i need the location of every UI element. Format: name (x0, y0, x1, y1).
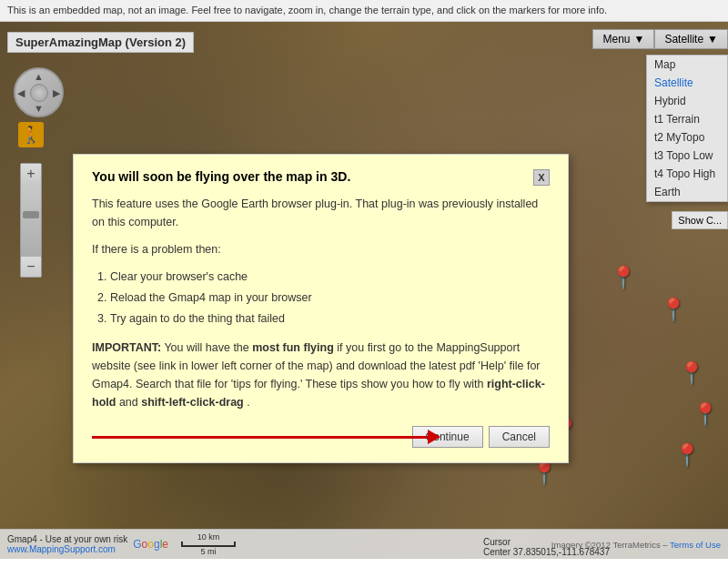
shift-left-click-drag: shift-left-click-drag (141, 396, 244, 409)
modal-content: This feature uses the Google Earth brows… (92, 195, 550, 411)
modal-steps-list: Clear your browser's cache Reload the Gm… (110, 268, 550, 328)
map-container[interactable]: SuperAmazingMap (Version 2) Menu ▼ Satel… (0, 22, 728, 559)
and-text: and (119, 396, 141, 409)
cancel-button[interactable]: Cancel (489, 426, 550, 448)
modal-step-1: Clear your browser's cache (110, 268, 550, 286)
modal-title: You will soon be flying over the map in … (92, 169, 550, 184)
modal-close-button[interactable]: X (533, 169, 550, 186)
arrow-container (92, 430, 440, 444)
modal-para1: This feature uses the Google Earth brows… (92, 195, 550, 231)
info-bar: This is an embedded map, not an image. F… (0, 0, 728, 22)
most-fun-flying: most fun flying (252, 341, 334, 354)
modal-overlay: You will soon be flying over the map in … (0, 22, 728, 559)
modal-step-3: Try again to do the thing that failed (110, 309, 550, 328)
modal-title-bar: You will soon be flying over the map in … (92, 169, 550, 184)
important-label: IMPORTANT: (92, 341, 161, 354)
modal-footer: Continue Cancel (92, 426, 550, 448)
end-period: . (247, 396, 249, 409)
modal-problem-intro: If there is a problem then: (92, 240, 550, 258)
modal-important: IMPORTANT: You will have the most fun fl… (92, 339, 550, 411)
modal-step-2: Reload the Gmap4 map in your browser (110, 289, 550, 307)
arrow-line (92, 436, 428, 439)
info-text: This is an embedded map, not an image. F… (7, 5, 607, 15)
arrow-head (428, 430, 440, 444)
important-text1: You will have the (164, 341, 252, 354)
modal-dialog: You will soon be flying over the map in … (73, 154, 569, 463)
